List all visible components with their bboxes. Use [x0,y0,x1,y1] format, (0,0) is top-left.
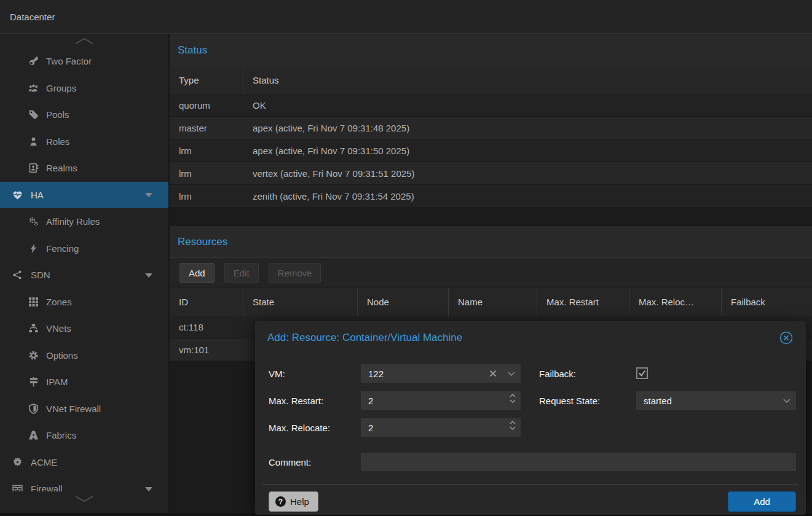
app-window: Datacenter Two Factor Groups Pools Roles… [0,0,812,516]
sidebar-scroll-down[interactable] [0,491,168,516]
sidebar-item-vnets[interactable]: VNets [0,315,168,342]
resources-panel-title: Resources [178,236,227,248]
dialog-add-button[interactable]: Add [728,491,796,512]
sidebar: Two Factor Groups Pools Roles Realms HA … [0,34,169,516]
sidebar-item-two-factor[interactable]: Two Factor [0,48,168,75]
comment-label: Comment: [269,453,311,471]
clear-icon[interactable] [489,369,497,378]
resources-table-header: ID State Node Name Max. Restart Max. Rel… [170,288,812,316]
panel-gap [170,208,812,226]
remove-button[interactable]: Remove [269,263,321,283]
request-state-value: started [644,396,672,406]
column-header-id[interactable]: ID [170,288,243,316]
failback-checkbox[interactable] [636,367,648,379]
column-header-state[interactable]: State [243,288,358,316]
dialog-title: Add: Resource: Container/Virtual Machine [267,332,462,344]
vm-label: VM: [269,364,285,383]
sidebar-scroll-up[interactable] [0,34,168,48]
chevron-down-icon[interactable] [145,273,152,278]
address-book-icon [28,163,39,173]
sidebar-item-fencing[interactable]: Fencing [0,235,168,262]
road-icon [28,430,39,440]
column-header-max-relocate[interactable]: Max. Reloc… [629,288,722,316]
max-relocate-label: Max. Relocate: [269,418,330,437]
grid-icon [28,297,39,307]
column-header-status[interactable]: Status [243,66,812,94]
status-table-body: quorum OK master apex (active, Fri Nov 7… [170,94,812,208]
cell-id: vm:101 [170,345,243,355]
sidebar-item-ha[interactable]: HA [0,182,168,209]
cell-status: zenith (active, Fri Nov 7 09:31:54 2025) [243,191,812,201]
spinner-arrows[interactable] [510,421,516,430]
column-header-node[interactable]: Node [358,288,449,316]
cell-status: OK [243,100,812,111]
column-header-name[interactable]: Name [449,288,537,316]
resources-panel-header: Resources [170,226,812,258]
sidebar-item-zones[interactable]: Zones [0,289,168,316]
edit-button[interactable]: Edit [224,263,259,283]
column-header-max-restart[interactable]: Max. Restart [537,288,629,316]
sidebar-item-fabrics[interactable]: Fabrics [0,422,168,449]
key-icon [28,56,39,66]
chevron-down-icon[interactable] [783,399,790,403]
spinner-down-icon [510,426,516,430]
chevron-down-icon[interactable] [145,193,152,197]
status-panel-title: Status [178,44,207,57]
failback-label: Failback: [539,364,576,383]
sidebar-item-acme[interactable]: ACME [0,449,168,476]
sidebar-item-pools[interactable]: Pools [0,101,168,128]
cell-status: apex (active, Fri Nov 7 09:31:50 2025) [243,146,812,156]
page-title: Datacenter [10,12,55,22]
spinner-arrows[interactable] [510,394,516,403]
vm-combo[interactable]: 122 [361,364,521,383]
sidebar-item-affinity-rules[interactable]: Affinity Rules [0,208,168,235]
max-restart-input[interactable]: 2 [361,391,521,410]
bolt-icon [28,243,39,254]
resources-toolbar: Add Edit Remove [170,258,812,288]
cell-status: vertex (active, Fri Nov 7 09:31:51 2025) [243,168,812,179]
sidebar-item-groups[interactable]: Groups [0,75,168,102]
cell-type: lrm [170,168,243,179]
dialog-header[interactable]: Add: Resource: Container/Virtual Machine [255,321,806,354]
chevron-down-icon[interactable] [145,487,152,491]
sidebar-item-sdn[interactable]: SDN [0,262,168,289]
user-icon [28,136,39,147]
spinner-up-icon [510,421,516,424]
table-row[interactable]: lrm vertex (active, Fri Nov 7 09:31:51 2… [170,162,812,185]
table-row[interactable]: master apex (active, Fri Nov 7 09:31:48 … [170,117,812,139]
max-relocate-value: 2 [368,423,373,433]
sidebar-item-ipam[interactable]: IPAM [0,369,168,396]
top-bar: Datacenter [0,0,812,34]
table-row[interactable]: lrm apex (active, Fri Nov 7 09:31:50 202… [170,139,812,162]
question-icon: ? [275,496,286,507]
help-button[interactable]: ? Help [269,491,318,512]
sidebar-item-roles[interactable]: Roles [0,128,168,155]
spinner-up-icon [510,394,516,397]
table-row[interactable]: lrm zenith (active, Fri Nov 7 09:31:54 2… [170,185,812,208]
sidebar-item-options[interactable]: Options [0,342,168,369]
shield-icon [28,404,39,414]
column-header-type[interactable]: Type [170,66,243,94]
sitemap-icon [28,323,39,334]
cell-type: lrm [170,191,243,201]
share-nodes-icon [12,270,23,280]
table-row[interactable]: quorum OK [170,94,812,117]
sidebar-item-vnet-firewall[interactable]: VNet Firewall [0,396,168,423]
cell-type: quorum [170,100,243,111]
vm-value: 122 [368,369,384,379]
request-state-label: Request State: [539,391,600,410]
chevron-down-icon[interactable] [508,372,515,376]
max-relocate-input[interactable]: 2 [361,418,521,437]
request-state-select[interactable]: started [636,391,796,410]
dialog-footer-divider [262,484,798,485]
column-header-failback[interactable]: Failback [722,288,812,316]
add-button[interactable]: Add [179,263,215,283]
gear-icon [28,350,39,361]
sidebar-item-realms[interactable]: Realms [0,155,168,182]
gears-icon [28,216,39,227]
checkmark-icon [638,369,646,377]
comment-input[interactable] [361,453,796,471]
close-icon[interactable] [779,330,794,345]
certificate-icon [12,457,23,467]
heartbeat-icon [12,190,23,200]
